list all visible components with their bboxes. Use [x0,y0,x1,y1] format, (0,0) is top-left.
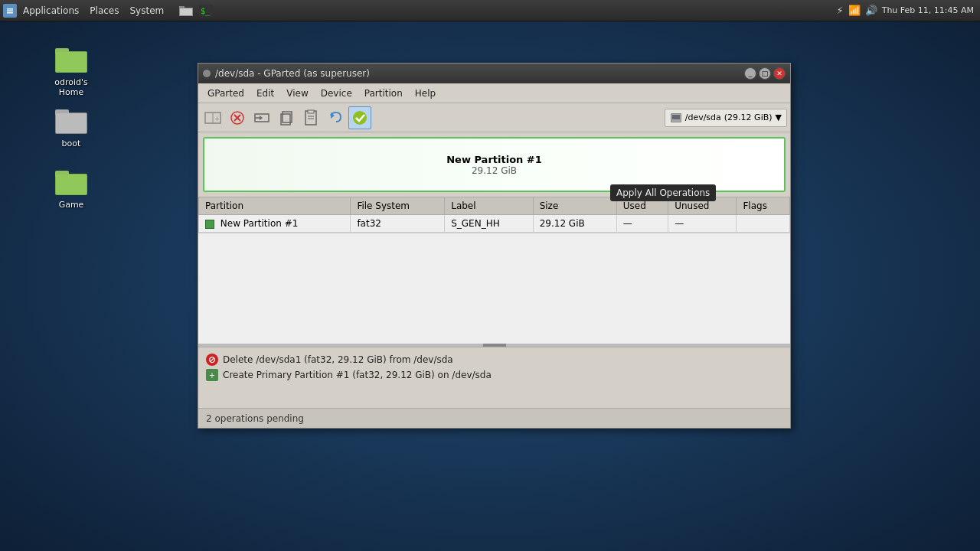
delete-op-text: Delete /dev/sda1 (fat32, 29.12 GiB) from… [223,354,453,365]
close-button[interactable]: ✕ [773,67,786,80]
desktop-icon-game[interactable]: Game [44,161,98,210]
cell-label: S_GEN_HH [445,215,533,233]
game-folder-icon [53,161,90,197]
create-op-text: Create Primary Partition #1 (fat32, 29.1… [223,370,492,380]
minimize-button[interactable]: _ [744,67,756,80]
svg-rect-30 [308,110,314,113]
partition-color [205,220,214,229]
disk-visual-inner: New Partition #1 29.12 GiB [204,139,784,191]
cell-unused: — [668,215,737,233]
file-manager-btn[interactable] [178,3,194,18]
svg-rect-3 [7,12,13,14]
taskbar-right: ⚡ 📶 🔊 Thu Feb 11, 11:45 AM [831,5,980,16]
home-icon-label: odroid's Home [44,77,98,97]
cell-partition: New Partition #1 [199,215,351,233]
gparted-window: /dev/sda - GParted (as superuser) _ □ ✕ … [198,63,791,429]
new-partition-button[interactable]: + [201,106,224,129]
col-label: Label [445,197,533,215]
taskbar-applications[interactable]: Applications [18,4,83,18]
cell-filesystem: fat32 [351,215,445,233]
svg-rect-17 [56,174,87,194]
create-op-icon: + [206,369,218,381]
apply-tooltip: Apply All Operations [610,184,716,201]
device-size: (29.12 GiB) [724,112,773,122]
app-icon [3,4,17,18]
game-icon-label: Game [59,200,84,210]
menu-help[interactable]: Help [409,86,442,101]
taskbar: Applications Places System $_ ⚡ 📶 🔊 Thu … [0,0,980,21]
delete-op-icon: ⊘ [206,354,218,366]
device-dropdown-icon: ▼ [776,112,782,122]
menu-partition[interactable]: Partition [358,86,409,101]
col-flags: Flags [737,197,790,215]
desktop-icon-boot[interactable]: boot [44,99,98,148]
svg-rect-37 [672,115,680,119]
cell-size: 29.12 GiB [533,215,616,233]
paste-button[interactable] [299,106,322,129]
desktop-icon-home[interactable]: odroid's Home [44,38,98,97]
terminal-btn[interactable]: $_ [198,3,214,18]
apply-button[interactable] [348,106,371,129]
svg-rect-14 [56,113,87,133]
svg-rect-6 [180,8,192,15]
operation-delete: ⊘ Delete /dev/sda1 (fat32, 29.12 GiB) fr… [206,352,782,367]
clock: Thu Feb 11, 11:45 AM [882,5,974,15]
device-selector[interactable]: /dev/sda (29.12 GiB) ▼ [665,109,787,127]
col-partition: Partition [199,197,351,215]
menu-gparted[interactable]: GParted [201,86,250,101]
svg-marker-26 [260,116,263,120]
empty-space [198,233,790,344]
menu-view[interactable]: View [280,86,314,101]
network-icon: 📶 [848,5,861,16]
bluetooth-icon: ⚡ [837,5,844,16]
status-bar: 2 operations pending [198,408,790,428]
status-text: 2 operations pending [206,413,304,424]
taskbar-system[interactable]: System [125,4,168,18]
home-folder-icon [53,38,90,75]
menu-device[interactable]: Device [315,86,358,101]
scrollbar[interactable] [198,344,790,347]
partition-visual-name: New Partition #1 [446,154,542,165]
table-row[interactable]: New Partition #1 fat32 S_GEN_HH 29.12 Gi… [199,215,790,233]
window-controls: _ □ ✕ [744,67,786,80]
cell-flags [737,215,790,233]
svg-point-34 [353,111,367,125]
partition-visual-size: 29.12 GiB [472,165,517,176]
svg-text:$_: $_ [201,7,211,16]
svg-rect-11 [56,52,87,72]
svg-rect-1 [7,8,13,10]
scroll-thumb[interactable] [483,344,506,347]
maximize-button[interactable]: □ [759,67,771,80]
boot-folder-icon [53,99,90,136]
col-size: Size [533,197,616,215]
volume-icon: 🔊 [865,5,877,16]
delete-button[interactable] [226,106,249,129]
device-name: /dev/sda [685,112,721,122]
menu-edit[interactable]: Edit [250,86,280,101]
taskbar-center: $_ [172,3,220,18]
svg-text:+: + [214,116,220,122]
undo-button[interactable] [324,106,347,129]
window-titlebar: /dev/sda - GParted (as superuser) _ □ ✕ [198,64,790,83]
cell-used: — [616,215,668,233]
taskbar-places[interactable]: Places [85,4,123,18]
col-filesystem: File System [351,197,445,215]
window-title: /dev/sda - GParted (as superuser) [215,68,740,79]
desktop: Applications Places System $_ ⚡ 📶 🔊 Thu … [0,0,980,551]
operations-area: ⊘ Delete /dev/sda1 (fat32, 29.12 GiB) fr… [198,347,790,408]
copy-button[interactable] [275,106,298,129]
boot-icon-label: boot [62,139,81,148]
title-dot [203,70,211,77]
toolbar-right: /dev/sda (29.12 GiB) ▼ [665,109,787,127]
toolbar: + [198,103,790,132]
operation-create: + Create Primary Partition #1 (fat32, 29… [206,367,782,383]
svg-rect-2 [7,10,13,11]
partition-table: Partition File System Label Size Used Un… [198,197,790,233]
resize-button[interactable] [250,106,273,129]
menu-bar: GParted Edit View Device Partition Help [198,83,790,103]
